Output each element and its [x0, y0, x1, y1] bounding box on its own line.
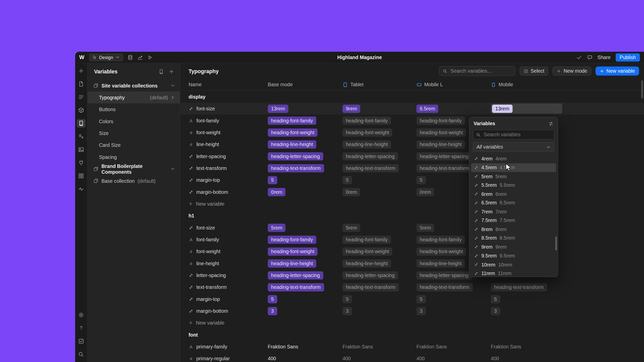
variable-option[interactable]: 10rem10rem: [471, 260, 556, 269]
rail-plug[interactable]: [77, 158, 85, 167]
value-cell[interactable]: Fraktion Sans: [268, 344, 342, 349]
value-cell[interactable]: heading-font-family: [268, 116, 342, 125]
value-pill[interactable]: 9rem: [343, 105, 360, 113]
value-pill[interactable]: 5: [417, 295, 426, 303]
value-pill[interactable]: 5: [343, 295, 352, 303]
variable-option[interactable]: 5.5rem5.5rem: [471, 181, 556, 190]
value-cell[interactable]: heading-text-transform: [491, 283, 644, 291]
value-cell[interactable]: 400: [417, 356, 491, 361]
variable-option[interactable]: 6rem6rem: [471, 190, 556, 198]
new-variable-row[interactable]: New variable: [180, 317, 644, 329]
value-pill[interactable]: heading-font-family: [268, 116, 316, 125]
value-cell[interactable]: heading-font-family: [343, 116, 417, 125]
value-pill[interactable]: 3: [491, 307, 500, 315]
value-cell[interactable]: heading-font-weight: [268, 128, 342, 137]
value-pill[interactable]: 5: [268, 295, 277, 303]
variable-name-cell[interactable]: Aprimary-family: [188, 344, 268, 349]
value-pill[interactable]: 3: [343, 307, 352, 315]
value-text[interactable]: 400: [491, 356, 499, 361]
variable-name-cell[interactable]: font-size: [188, 225, 268, 231]
value-cell[interactable]: 5: [343, 295, 417, 303]
value-pill[interactable]: 6.5rem: [417, 105, 438, 113]
collection-item[interactable]: Spacing: [88, 151, 180, 163]
publish-button[interactable]: Publish: [616, 53, 640, 61]
value-pill[interactable]: heading-letter-spacing: [343, 152, 398, 160]
collection-item[interactable]: Colors: [88, 115, 180, 127]
value-pill[interactable]: heading-line-height: [268, 140, 316, 149]
value-cell[interactable]: heading-font-weight: [268, 247, 342, 256]
value-cell[interactable]: 0rem: [268, 188, 342, 196]
variable-option[interactable]: 11rem11rem: [471, 269, 556, 277]
value-cell[interactable]: heading-text-transform: [343, 164, 417, 172]
variable-option[interactable]: 6.5rem6.5rem: [471, 198, 556, 207]
value-pill[interactable]: heading-font-family: [417, 235, 465, 244]
value-pill[interactable]: heading-line-height: [343, 259, 391, 267]
value-cell[interactable]: 5: [343, 176, 417, 184]
collection-item[interactable]: Size: [88, 127, 180, 139]
variable-name-cell[interactable]: text-transform: [188, 165, 268, 171]
variable-name-cell[interactable]: Afont-family: [188, 118, 268, 123]
value-cell[interactable]: 0rem: [343, 188, 417, 196]
collection-item[interactable]: Typography(default): [88, 92, 180, 103]
variable-option[interactable]: 7.5rem7.5rem: [471, 216, 556, 225]
variable-option[interactable]: 5rem5rem: [471, 172, 556, 181]
value-pill[interactable]: heading-text-transform: [268, 283, 324, 291]
popup-search-input[interactable]: [483, 131, 551, 138]
table-row[interactable]: Afont-familyheading-font-familyheading-f…: [180, 115, 644, 126]
value-cell[interactable]: Fraktion Sans: [417, 344, 491, 349]
value-pill[interactable]: 3: [417, 307, 426, 315]
variable-option[interactable]: 7rem7rem: [471, 207, 556, 216]
value-cell[interactable]: 5rem: [268, 223, 342, 232]
collection-item[interactable]: Buttons: [88, 103, 180, 115]
variable-name-cell[interactable]: #font-weight: [188, 249, 268, 254]
value-pill[interactable]: heading-letter-spacing: [343, 271, 398, 279]
column-base-mode[interactable]: Base mode: [268, 82, 342, 87]
value-cell[interactable]: 400: [343, 356, 417, 361]
table-row[interactable]: Afont-familyheading-font-familyheading-f…: [180, 234, 644, 245]
rail-pulse[interactable]: [77, 185, 85, 193]
value-cell[interactable]: 5: [417, 295, 491, 303]
value-pill[interactable]: 0rem: [268, 188, 286, 196]
rail-gear[interactable]: [77, 311, 85, 319]
value-pill[interactable]: heading-letter-spacing: [417, 152, 472, 160]
value-text[interactable]: Fraktion Sans: [343, 344, 373, 349]
value-cell[interactable]: heading-line-height: [268, 259, 342, 267]
value-cell[interactable]: heading-text-transform: [268, 164, 342, 172]
variable-name-cell[interactable]: margin-bottom: [188, 189, 268, 195]
value-cell[interactable]: 9rem: [343, 105, 417, 113]
value-cell[interactable]: 13rem: [268, 105, 342, 113]
value-edit-cell[interactable]: 13rem: [491, 103, 562, 114]
value-cell[interactable]: heading-letter-spacing: [268, 271, 342, 279]
value-pill[interactable]: 5rem: [268, 223, 286, 232]
rail-check-square[interactable]: [77, 337, 85, 345]
rail-zoom[interactable]: [77, 350, 85, 359]
share-button[interactable]: Share: [597, 54, 611, 60]
value-pill[interactable]: 5: [268, 176, 277, 184]
library-icon[interactable]: [158, 69, 164, 74]
value-pill[interactable]: heading-font-weight: [268, 128, 317, 137]
value-cell[interactable]: heading-font-family: [268, 235, 342, 244]
scrollbar-thumb[interactable]: [641, 80, 643, 99]
rail-image[interactable]: [77, 145, 85, 154]
table-row[interactable]: Aprimary-familyFraktion SansFraktion San…: [180, 341, 644, 352]
value-pill[interactable]: heading-font-weight: [417, 247, 466, 256]
value-pill[interactable]: heading-letter-spacing: [268, 271, 323, 279]
value-cell[interactable]: 400: [268, 356, 342, 361]
variable-name-cell[interactable]: #line-height: [188, 260, 268, 266]
table-row[interactable]: letter-spacingheading-letter-spacinghead…: [180, 150, 644, 162]
new-variable-row[interactable]: New variable: [180, 198, 644, 210]
value-pill[interactable]: heading-font-weight: [343, 247, 392, 256]
analytics-icon[interactable]: [137, 54, 143, 60]
value-pill[interactable]: 3: [268, 307, 277, 315]
value-cell[interactable]: heading-line-height: [343, 140, 417, 149]
variable-option[interactable]: 8rem8rem: [471, 225, 556, 234]
value-pill[interactable]: heading-text-transform: [491, 283, 547, 291]
rail-grid[interactable]: [77, 171, 85, 180]
value-pill[interactable]: heading-line-height: [268, 259, 316, 267]
new-variable-button[interactable]: New variable: [595, 66, 639, 75]
value-pill[interactable]: heading-text-transform: [343, 283, 399, 291]
value-pill[interactable]: 0rem: [343, 188, 360, 196]
value-cell[interactable]: 5rem: [343, 223, 417, 232]
table-row[interactable]: margin-bottom0rem0rem0rem: [180, 186, 644, 198]
design-mode-button[interactable]: Design: [89, 54, 123, 61]
